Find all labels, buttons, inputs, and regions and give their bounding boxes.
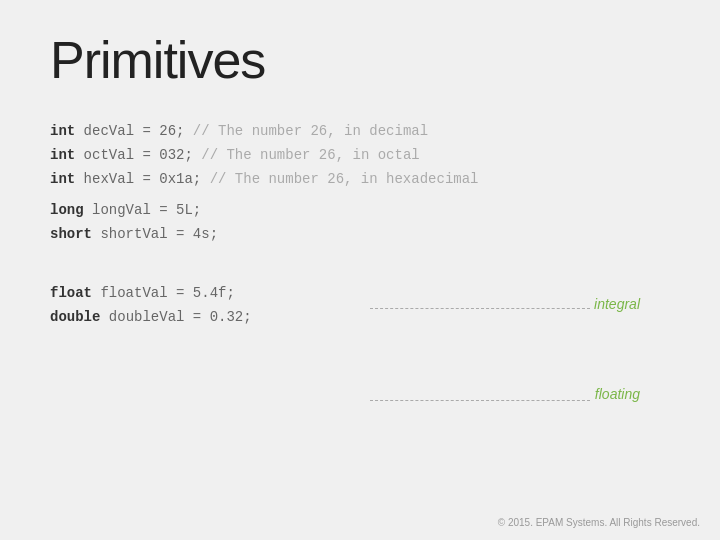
code-block: int decVal = 26; // The number 26, in de… [50, 120, 670, 330]
annotation-integral: integral [594, 295, 640, 313]
comment-2: // The number 26, in octal [201, 147, 419, 163]
code-section-int: int decVal = 26; // The number 26, in de… [50, 120, 670, 191]
keyword-int-1: int [50, 123, 75, 139]
dashed-line-floating [370, 400, 590, 401]
floating-label: floating [595, 386, 640, 402]
code-section-long: long longVal = 5L; short shortVal = 4s; [50, 199, 670, 247]
keyword-short: short [50, 226, 92, 242]
dashed-line-integral [370, 308, 590, 309]
keyword-int-3: int [50, 171, 75, 187]
comment-1: // The number 26, in decimal [193, 123, 428, 139]
code-line-2: int octVal = 032; // The number 26, in o… [50, 144, 670, 168]
code-line-7: double doubleVal = 0.32; [50, 306, 670, 330]
slide: Primitives int decVal = 26; // The numbe… [0, 0, 720, 540]
code-line-3: int hexVal = 0x1a; // The number 26, in … [50, 168, 670, 192]
slide-title: Primitives [50, 30, 670, 90]
keyword-long: long [50, 202, 84, 218]
code-line-6: float floatVal = 5.4f; [50, 282, 670, 306]
keyword-double: double [50, 309, 100, 325]
comment-3: // The number 26, in hexadecimal [210, 171, 479, 187]
keyword-float: float [50, 285, 92, 301]
footer-text: © 2015. EPAM Systems. All Rights Reserve… [498, 517, 700, 528]
code-section-float: float floatVal = 5.4f; double doubleVal … [50, 282, 670, 330]
annotation-floating: floating [595, 385, 640, 403]
code-line-1: int decVal = 26; // The number 26, in de… [50, 120, 670, 144]
code-line-5: short shortVal = 4s; [50, 223, 670, 247]
keyword-int-2: int [50, 147, 75, 163]
integral-label: integral [594, 296, 640, 312]
code-line-4: long longVal = 5L; [50, 199, 670, 223]
